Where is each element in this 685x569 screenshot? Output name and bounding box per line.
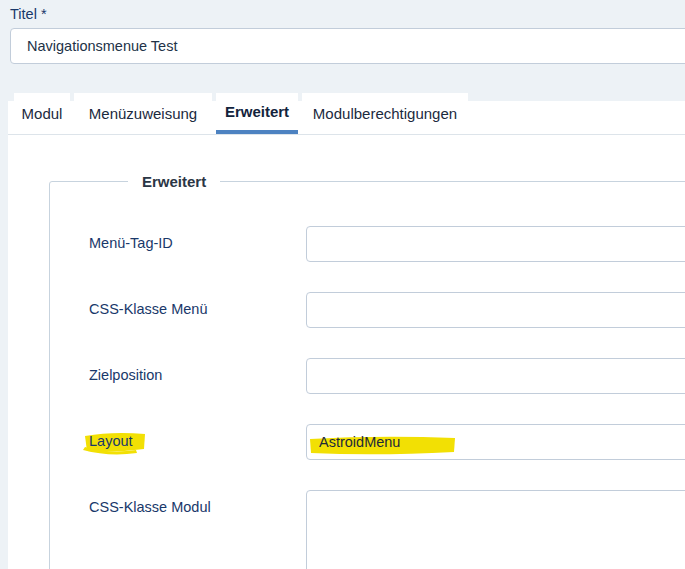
layout-label: Layout — [89, 424, 306, 460]
zielposition-input[interactable] — [306, 358, 685, 394]
field-row-css-klasse-menu: CSS-Klasse Menü — [89, 292, 685, 328]
title-input[interactable] — [10, 28, 685, 64]
tab-content-card: Erweitert Menü-Tag-ID CSS-Klasse Menü — [8, 101, 685, 569]
tab-bottom-border — [8, 134, 685, 135]
css-klasse-menu-control — [306, 292, 685, 328]
menu-tag-id-input[interactable] — [306, 226, 685, 262]
css-klasse-menu-label: CSS-Klasse Menü — [89, 292, 306, 328]
layout-input[interactable] — [306, 424, 685, 460]
css-klasse-modul-label: CSS-Klasse Modul — [89, 490, 306, 569]
layout-control — [306, 424, 685, 460]
tab-menuzuweisung[interactable]: Menüzuweisung — [74, 93, 212, 134]
tab-erweitert[interactable]: Erweitert — [216, 93, 298, 134]
css-klasse-modul-control — [306, 490, 685, 569]
field-row-zielposition: Zielposition — [89, 358, 685, 394]
zielposition-label: Zielposition — [89, 358, 306, 394]
tab-modul[interactable]: Modul — [14, 93, 70, 134]
erweitert-fieldset: Erweitert Menü-Tag-ID CSS-Klasse Menü — [49, 173, 685, 569]
title-label: Titel * — [10, 6, 47, 22]
zielposition-control — [306, 358, 685, 394]
css-klasse-menu-input[interactable] — [306, 292, 685, 328]
field-row-css-klasse-modul: CSS-Klasse Modul — [89, 490, 685, 569]
menu-tag-id-control — [306, 226, 685, 262]
fieldset-legend: Erweitert — [128, 173, 220, 190]
css-klasse-modul-textarea[interactable] — [306, 490, 685, 569]
menu-tag-id-label: Menü-Tag-ID — [89, 226, 306, 262]
field-row-menu-tag-id: Menü-Tag-ID — [89, 226, 685, 262]
field-row-layout: Layout — [89, 424, 685, 460]
tab-modulberechtigungen[interactable]: Modulberechtigungen — [302, 93, 468, 134]
module-edit-screen: Titel * Erweitert Menü-Tag-ID CSS-Klasse… — [0, 0, 685, 569]
